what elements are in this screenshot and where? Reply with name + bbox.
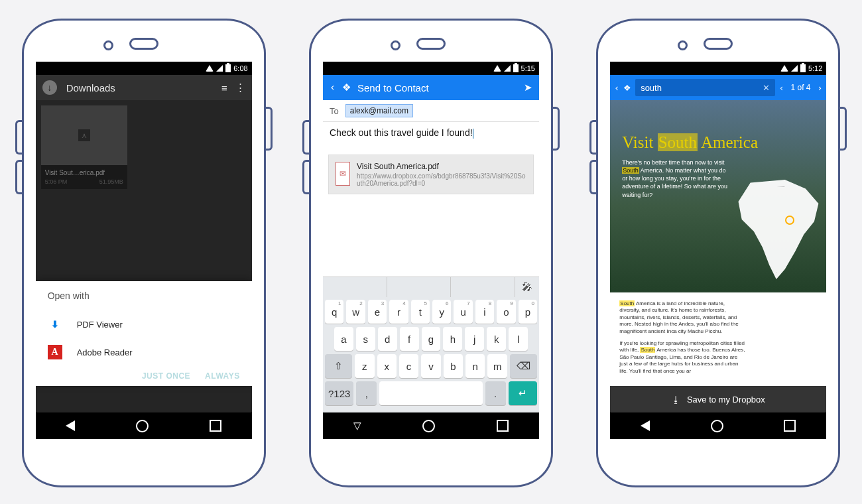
doc-body: South America is a land of incredible na…: [610, 292, 755, 380]
nav-recent-icon[interactable]: [784, 420, 796, 432]
document-viewer[interactable]: Visit South America There's no better ti…: [610, 100, 826, 386]
wifi-icon: [206, 65, 214, 72]
key-h[interactable]: h: [443, 327, 462, 351]
mic-icon[interactable]: 🎤︎: [515, 281, 539, 293]
key-a[interactable]: a: [334, 327, 353, 351]
keyboard: 🎤︎ q1w2e3r4t5y6u7i8o9p0 asdfghjkl ⇧ zxcv…: [323, 277, 539, 412]
signal-icon: [216, 65, 223, 72]
key-g[interactable]: g: [422, 327, 441, 351]
nav-recent-icon[interactable]: [210, 420, 221, 432]
title-part: America: [698, 133, 758, 151]
nav-back-icon[interactable]: [641, 420, 650, 431]
key-n[interactable]: n: [465, 354, 485, 378]
sort-icon[interactable]: ≡: [221, 82, 226, 94]
save-label: Save to my Dropbox: [687, 395, 765, 405]
clear-icon[interactable]: ✕: [763, 83, 770, 93]
key-q[interactable]: q1: [325, 300, 343, 324]
option-label: PDF Viewer: [77, 320, 123, 330]
key-i[interactable]: i8: [475, 300, 494, 324]
para-text: America is a land of incredible nature, …: [619, 300, 738, 334]
battery-icon: [513, 64, 519, 72]
key-d[interactable]: d: [378, 327, 397, 351]
key-y[interactable]: y6: [432, 300, 451, 324]
next-result-icon[interactable]: ›: [817, 83, 822, 93]
recipient-chip[interactable]: alexk@mail.com: [345, 104, 413, 117]
key-w[interactable]: w2: [346, 300, 365, 324]
phone-sensor: [391, 40, 400, 50]
suggestion-slot[interactable]: [323, 277, 387, 297]
search-value: south: [641, 83, 662, 93]
nav-bar: [36, 412, 252, 439]
key-l[interactable]: l: [509, 327, 528, 351]
period-key[interactable]: .: [485, 381, 506, 405]
nav-home-icon[interactable]: [422, 420, 435, 432]
phone-mockup-1: 6:08 ↓ Downloads ≡ ⋮ ⋏ Visit Sout…erica.…: [22, 19, 266, 487]
option-adobe-reader[interactable]: A Adobe Reader: [48, 338, 240, 366]
key-p[interactable]: p0: [519, 300, 537, 324]
key-e[interactable]: e3: [368, 300, 387, 324]
comma-key[interactable]: ,: [356, 381, 377, 405]
symbols-key[interactable]: ?123: [325, 381, 353, 405]
file-thumb: ⋏: [41, 105, 127, 165]
doc-lead: There's no better time than now to visit…: [622, 158, 728, 199]
battery-icon: [225, 64, 231, 72]
doc-title: Visit South America: [622, 133, 826, 152]
just-once-button[interactable]: JUST ONCE: [142, 371, 190, 381]
key-j[interactable]: j: [465, 327, 484, 351]
key-v[interactable]: v: [421, 354, 440, 378]
downloads-toolbar: ↓ Downloads ≡ ⋮: [36, 75, 252, 100]
nav-back-icon[interactable]: ▽: [353, 420, 361, 432]
back-icon[interactable]: ‹: [614, 83, 619, 93]
search-highlight: South: [622, 167, 639, 174]
key-o[interactable]: o9: [497, 300, 515, 324]
nav-home-icon[interactable]: [136, 420, 149, 432]
overflow-icon[interactable]: ⋮: [235, 82, 245, 94]
to-label: To: [330, 106, 339, 116]
nav-home-icon[interactable]: [711, 420, 723, 432]
signal-icon: [791, 65, 798, 72]
search-field[interactable]: south ✕: [635, 79, 774, 96]
key-k[interactable]: k: [487, 327, 506, 351]
phone-mockup-3: 5:12 ‹ ❖ south ✕ ‹ 1 of 4 › Visit South …: [596, 19, 840, 487]
status-time: 5:15: [521, 64, 535, 72]
key-s[interactable]: s: [356, 327, 375, 351]
send-icon[interactable]: ➤: [524, 82, 532, 94]
adobe-icon: A: [48, 345, 62, 359]
shift-key[interactable]: ⇧: [325, 354, 352, 378]
key-m[interactable]: m: [487, 354, 507, 378]
dropbox-icon: ❖: [623, 83, 631, 93]
nav-bar: ▽: [323, 412, 539, 439]
enter-key[interactable]: ↵: [509, 381, 537, 405]
suggestion-slot[interactable]: [387, 277, 452, 297]
wifi-icon: [493, 65, 501, 72]
space-key[interactable]: [379, 381, 482, 405]
file-tile[interactable]: ⋏ Visit Sout…erica.pdf 5:06 PM 51.95MB: [41, 105, 127, 189]
key-x[interactable]: x: [377, 354, 397, 378]
phone-sensor: [103, 40, 113, 50]
back-icon[interactable]: ‹: [330, 82, 336, 94]
nav-back-icon[interactable]: [66, 420, 75, 431]
phone-sensor: [678, 40, 688, 50]
volume-down-button: [589, 160, 597, 194]
prev-result-icon[interactable]: ‹: [779, 83, 784, 93]
key-b[interactable]: b: [444, 354, 463, 378]
option-pdf-viewer[interactable]: ⬇ PDF Viewer: [48, 310, 240, 338]
key-f[interactable]: f: [400, 327, 419, 351]
save-bar[interactable]: ⭳ Save to my Dropbox: [610, 386, 826, 412]
key-t[interactable]: t5: [411, 300, 430, 324]
suggestion-slot[interactable]: [451, 277, 515, 297]
always-button[interactable]: ALWAYS: [205, 371, 240, 381]
nav-recent-icon[interactable]: [497, 420, 509, 432]
search-highlight: South: [658, 133, 698, 151]
status-time: 5:12: [808, 64, 822, 72]
key-u[interactable]: u7: [454, 300, 472, 324]
key-c[interactable]: c: [399, 354, 418, 378]
key-z[interactable]: z: [355, 354, 374, 378]
key-r[interactable]: r4: [389, 300, 408, 324]
volume-up-button: [589, 120, 597, 155]
backspace-key[interactable]: ⌫: [510, 354, 537, 378]
message-input[interactable]: Check out this travel guide I found!: [323, 122, 539, 149]
attachment-card[interactable]: ✉ Visit South America.pdf https://www.dr…: [328, 155, 534, 194]
result-counter: 1 of 4: [788, 83, 813, 92]
message-text: Check out this travel guide I found!: [330, 127, 473, 138]
